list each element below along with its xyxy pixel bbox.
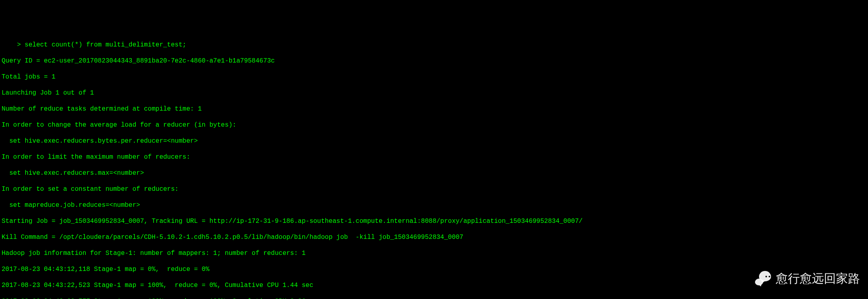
terminal-line: Query ID = ec2-user_20170823044343_8891b… (2, 57, 866, 65)
terminal-line: Number of reduce tasks determined at com… (2, 105, 866, 113)
terminal-line: set hive.exec.reducers.bytes.per.reducer… (2, 137, 866, 145)
terminal-line: 2017-08-23 04:43:22,523 Stage-1 map = 10… (2, 281, 866, 289)
wechat-icon (755, 270, 772, 287)
terminal-line: set mapreduce.job.reduces=<number> (2, 201, 866, 209)
terminal-line: Total jobs = 1 (2, 73, 866, 81)
terminal-line: > select count(*) from multi_delimiter_t… (2, 41, 866, 49)
terminal-line: set hive.exec.reducers.max=<number> (2, 169, 866, 177)
terminal-line: In order to set a constant number of red… (2, 185, 866, 193)
terminal-output[interactable]: > select count(*) from multi_delimiter_t… (2, 33, 866, 299)
terminal-line: 2017-08-23 04:43:29,777 Stage-1 map = 10… (2, 297, 866, 299)
terminal-line: In order to limit the maximum number of … (2, 153, 866, 161)
watermark: 愈行愈远回家路 (755, 270, 860, 287)
terminal-line: Launching Job 1 out of 1 (2, 89, 866, 97)
watermark-text: 愈行愈远回家路 (776, 271, 860, 286)
terminal-line: Starting Job = job_1503469952834_0007, T… (2, 217, 866, 225)
terminal-line: In order to change the average load for … (2, 121, 866, 129)
terminal-line: Hadoop job information for Stage-1: numb… (2, 249, 866, 257)
terminal-line: 2017-08-23 04:43:12,118 Stage-1 map = 0%… (2, 265, 866, 273)
terminal-line: Kill Command = /opt/cloudera/parcels/CDH… (2, 233, 866, 241)
